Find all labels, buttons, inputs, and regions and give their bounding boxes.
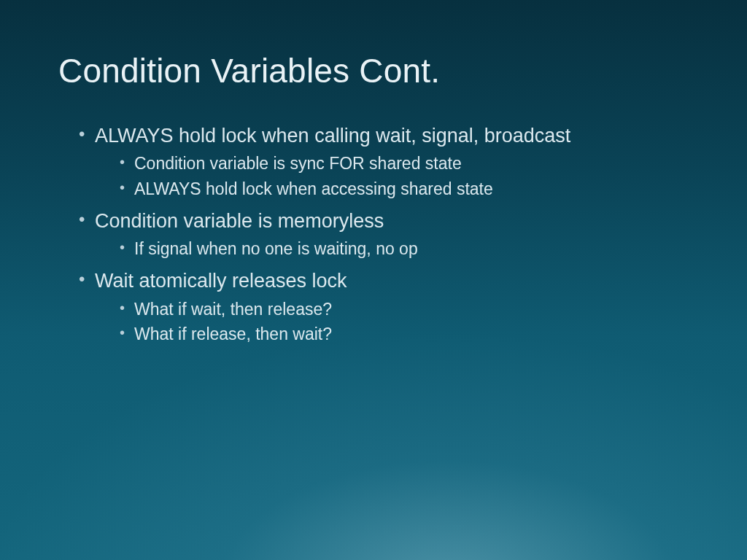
bullet-text: Wait atomically releases lock <box>95 270 347 292</box>
list-item: Condition variable is memoryless If sign… <box>79 208 689 261</box>
list-item: Wait atomically releases lock What if wa… <box>79 268 689 346</box>
list-item: ALWAYS hold lock when calling wait, sign… <box>79 122 689 201</box>
slide-title: Condition Variables Cont. <box>58 51 689 90</box>
sub-list: Condition variable is sync FOR shared st… <box>95 152 689 200</box>
list-item: If signal when no one is waiting, no op <box>120 237 689 260</box>
slide: Condition Variables Cont. ALWAYS hold lo… <box>0 0 747 560</box>
bullet-list: ALWAYS hold lock when calling wait, sign… <box>58 122 689 346</box>
list-item: ALWAYS hold lock when accessing shared s… <box>120 177 689 201</box>
list-item: Condition variable is sync FOR shared st… <box>120 152 689 175</box>
sub-list: What if wait, then release? What if rele… <box>95 298 689 346</box>
list-item: What if release, then wait? <box>120 322 689 346</box>
bullet-text: ALWAYS hold lock when calling wait, sign… <box>95 125 570 147</box>
list-item: What if wait, then release? <box>120 298 689 321</box>
sub-list: If signal when no one is waiting, no op <box>95 237 689 260</box>
bullet-text: Condition variable is memoryless <box>95 210 384 232</box>
